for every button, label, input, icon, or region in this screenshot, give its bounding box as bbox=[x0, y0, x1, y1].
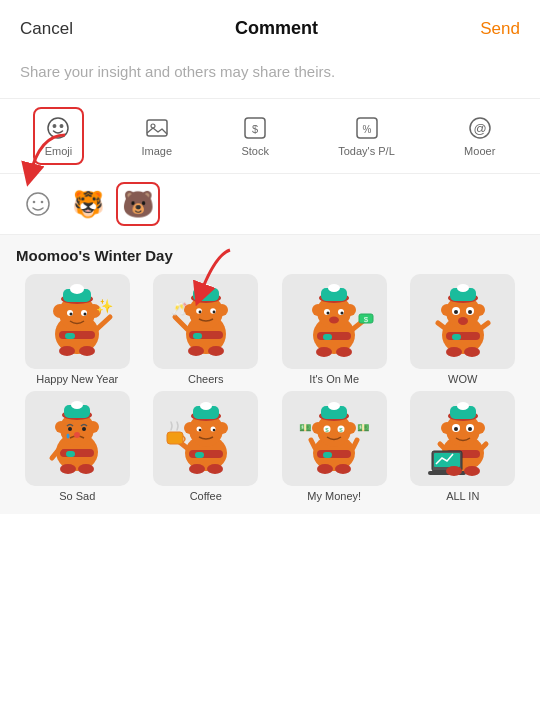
svg-point-21 bbox=[53, 304, 67, 318]
cancel-button[interactable]: Cancel bbox=[20, 19, 73, 39]
svg-rect-115 bbox=[167, 432, 183, 444]
sticker-img-all-in bbox=[410, 391, 515, 486]
svg-line-27 bbox=[97, 317, 110, 329]
svg-point-136 bbox=[335, 464, 351, 474]
svg-point-79 bbox=[468, 310, 472, 314]
sticker-happy-new-year[interactable]: ✨ Happy New Year bbox=[16, 274, 139, 385]
svg-point-107 bbox=[200, 402, 212, 410]
sticker-scroll-area[interactable]: Moomoo's Winter Day bbox=[0, 235, 540, 720]
svg-text:✨: ✨ bbox=[96, 298, 114, 315]
svg-point-156 bbox=[464, 466, 480, 476]
sticker-img-so-sad bbox=[25, 391, 130, 486]
svg-point-143 bbox=[457, 402, 469, 410]
sticker-coffee[interactable]: Coffee bbox=[145, 391, 268, 502]
sticker-all-in[interactable]: ALL IN bbox=[402, 391, 525, 502]
svg-rect-87 bbox=[66, 451, 75, 457]
sticker-its-on-me[interactable]: $ It's On Me bbox=[273, 274, 396, 385]
svg-point-13 bbox=[41, 201, 44, 204]
emoji-subtoolbar: 🐯 🐻 bbox=[0, 173, 540, 235]
svg-rect-16 bbox=[65, 333, 75, 339]
send-button[interactable]: Send bbox=[480, 19, 520, 39]
svg-point-46 bbox=[188, 346, 204, 356]
svg-text:%: % bbox=[362, 124, 371, 135]
svg-rect-3 bbox=[147, 120, 167, 136]
svg-point-112 bbox=[198, 429, 201, 432]
svg-point-74 bbox=[441, 304, 453, 316]
sticker-so-sad[interactable]: So Sad bbox=[16, 391, 139, 502]
svg-point-55 bbox=[312, 304, 324, 316]
sticker-cheers[interactable]: 🥂 Cheers bbox=[145, 274, 268, 385]
svg-line-82 bbox=[480, 323, 488, 329]
sticker-label-all-in: ALL IN bbox=[446, 490, 479, 502]
svg-point-29 bbox=[59, 346, 75, 356]
sticker-img-my-money: $ $ 💵 💵 bbox=[282, 391, 387, 486]
svg-point-155 bbox=[446, 466, 462, 476]
svg-rect-68 bbox=[446, 332, 480, 340]
svg-rect-120 bbox=[323, 452, 332, 458]
sticker-img-its-on-me: $ bbox=[282, 274, 387, 369]
svg-point-30 bbox=[79, 346, 95, 356]
sticker-grid: ✨ Happy New Year bbox=[16, 274, 524, 502]
sticker-img-cheers: 🥂 bbox=[153, 274, 258, 369]
svg-point-99 bbox=[60, 464, 76, 474]
svg-rect-86 bbox=[60, 449, 94, 457]
svg-point-125 bbox=[312, 422, 324, 434]
page-title: Comment bbox=[235, 18, 318, 39]
emoji-sub-smiley[interactable] bbox=[16, 182, 60, 226]
toolbar-stock[interactable]: $ Stock bbox=[229, 107, 281, 165]
svg-line-132 bbox=[353, 440, 357, 448]
svg-point-93 bbox=[87, 421, 99, 433]
svg-rect-102 bbox=[189, 450, 223, 458]
svg-rect-33 bbox=[193, 333, 202, 339]
pnl-icon: % bbox=[354, 115, 380, 141]
svg-point-84 bbox=[464, 347, 480, 357]
sticker-img-happy-new-year: ✨ bbox=[25, 274, 130, 369]
svg-point-25 bbox=[70, 313, 73, 316]
svg-point-100 bbox=[78, 464, 94, 474]
sticker-label-happy-new-year: Happy New Year bbox=[36, 373, 118, 385]
stock-icon: $ bbox=[242, 115, 268, 141]
sticker-label-my-money: My Money! bbox=[307, 490, 361, 502]
svg-point-83 bbox=[446, 347, 462, 357]
svg-point-1 bbox=[54, 125, 56, 127]
comment-placeholder[interactable]: Share your insight and others may share … bbox=[0, 51, 540, 98]
toolbar-image[interactable]: Image bbox=[130, 107, 185, 165]
svg-point-12 bbox=[33, 201, 36, 204]
svg-point-96 bbox=[67, 434, 70, 439]
svg-line-151 bbox=[482, 444, 486, 448]
toolbar-pnl-label: Today's P/L bbox=[338, 145, 395, 157]
svg-point-73 bbox=[457, 284, 469, 292]
svg-point-113 bbox=[212, 429, 215, 432]
svg-point-145 bbox=[473, 422, 485, 434]
sticker-wow[interactable]: WOW bbox=[402, 274, 525, 385]
svg-point-61 bbox=[329, 317, 339, 324]
svg-rect-103 bbox=[195, 452, 204, 458]
svg-rect-49 bbox=[317, 332, 351, 340]
svg-point-2 bbox=[61, 125, 63, 127]
svg-point-117 bbox=[207, 464, 223, 474]
svg-point-124 bbox=[328, 402, 340, 410]
svg-point-149 bbox=[468, 427, 472, 431]
svg-point-95 bbox=[82, 427, 86, 431]
svg-point-47 bbox=[208, 346, 224, 356]
header: Cancel Comment Send bbox=[0, 0, 540, 51]
sticker-label-cheers: Cheers bbox=[188, 373, 223, 385]
toolbar-mooer[interactable]: @ Mooer bbox=[452, 107, 507, 165]
emoji-sub-hat[interactable]: 🐻 bbox=[116, 182, 160, 226]
toolbar-mooer-label: Mooer bbox=[464, 145, 495, 157]
svg-line-150 bbox=[440, 444, 444, 448]
svg-point-75 bbox=[473, 304, 485, 316]
svg-rect-50 bbox=[323, 334, 332, 340]
sticker-label-so-sad: So Sad bbox=[59, 490, 95, 502]
toolbar-image-label: Image bbox=[142, 145, 173, 157]
svg-point-65 bbox=[316, 347, 332, 357]
toolbar: Emoji Image $ Stock % Today's P/L bbox=[0, 98, 540, 173]
svg-point-11 bbox=[27, 193, 49, 215]
svg-point-37 bbox=[200, 284, 212, 292]
emoji-sub-fire[interactable]: 🐯 bbox=[66, 182, 110, 226]
toolbar-emoji[interactable]: Emoji bbox=[33, 107, 85, 165]
sticker-my-money[interactable]: $ $ 💵 💵 My Money! bbox=[273, 391, 396, 502]
svg-point-108 bbox=[184, 422, 196, 434]
svg-point-109 bbox=[216, 422, 228, 434]
toolbar-pnl[interactable]: % Today's P/L bbox=[326, 107, 407, 165]
